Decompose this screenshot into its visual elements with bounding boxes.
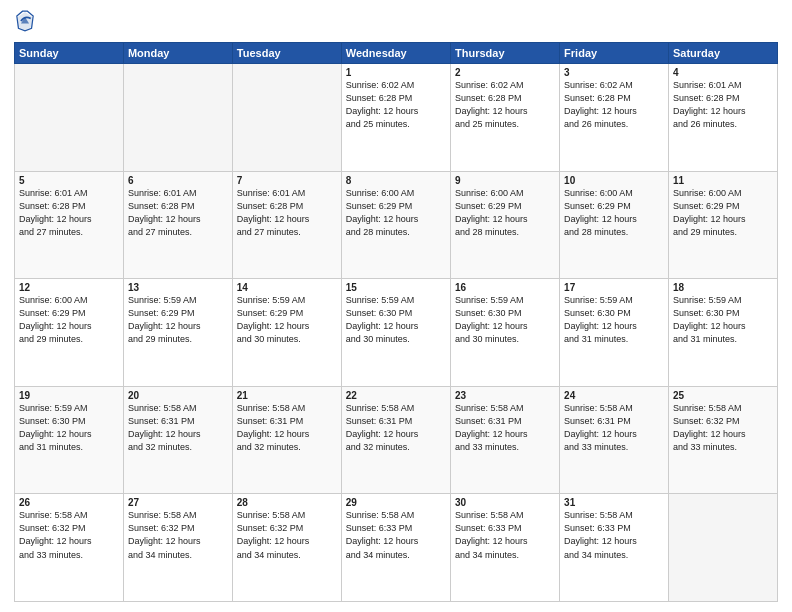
day-number: 3 [564, 67, 664, 78]
calendar: SundayMondayTuesdayWednesdayThursdayFrid… [14, 42, 778, 602]
calendar-cell: 13Sunrise: 5:59 AMSunset: 6:29 PMDayligh… [123, 279, 232, 387]
day-info: Sunrise: 6:02 AMSunset: 6:28 PMDaylight:… [346, 79, 446, 131]
calendar-cell: 12Sunrise: 6:00 AMSunset: 6:29 PMDayligh… [15, 279, 124, 387]
day-number: 1 [346, 67, 446, 78]
day-info: Sunrise: 5:58 AMSunset: 6:31 PMDaylight:… [455, 402, 555, 454]
day-info: Sunrise: 5:59 AMSunset: 6:29 PMDaylight:… [128, 294, 228, 346]
page: SundayMondayTuesdayWednesdayThursdayFrid… [0, 0, 792, 612]
day-info: Sunrise: 5:58 AMSunset: 6:32 PMDaylight:… [19, 509, 119, 561]
day-number: 11 [673, 175, 773, 186]
day-info: Sunrise: 5:58 AMSunset: 6:32 PMDaylight:… [673, 402, 773, 454]
day-number: 13 [128, 282, 228, 293]
day-number: 25 [673, 390, 773, 401]
calendar-cell: 19Sunrise: 5:59 AMSunset: 6:30 PMDayligh… [15, 386, 124, 494]
day-number: 21 [237, 390, 337, 401]
calendar-week-row: 1Sunrise: 6:02 AMSunset: 6:28 PMDaylight… [15, 64, 778, 172]
calendar-cell: 5Sunrise: 6:01 AMSunset: 6:28 PMDaylight… [15, 171, 124, 279]
calendar-cell: 14Sunrise: 5:59 AMSunset: 6:29 PMDayligh… [232, 279, 341, 387]
calendar-cell: 9Sunrise: 6:00 AMSunset: 6:29 PMDaylight… [451, 171, 560, 279]
calendar-cell: 27Sunrise: 5:58 AMSunset: 6:32 PMDayligh… [123, 494, 232, 602]
calendar-cell [668, 494, 777, 602]
day-number: 20 [128, 390, 228, 401]
day-number: 9 [455, 175, 555, 186]
calendar-week-row: 5Sunrise: 6:01 AMSunset: 6:28 PMDaylight… [15, 171, 778, 279]
day-number: 2 [455, 67, 555, 78]
calendar-cell: 7Sunrise: 6:01 AMSunset: 6:28 PMDaylight… [232, 171, 341, 279]
day-info: Sunrise: 5:58 AMSunset: 6:33 PMDaylight:… [455, 509, 555, 561]
header [14, 10, 778, 36]
calendar-week-row: 26Sunrise: 5:58 AMSunset: 6:32 PMDayligh… [15, 494, 778, 602]
day-info: Sunrise: 6:00 AMSunset: 6:29 PMDaylight:… [673, 187, 773, 239]
calendar-cell: 8Sunrise: 6:00 AMSunset: 6:29 PMDaylight… [341, 171, 450, 279]
day-info: Sunrise: 6:00 AMSunset: 6:29 PMDaylight:… [346, 187, 446, 239]
calendar-cell: 17Sunrise: 5:59 AMSunset: 6:30 PMDayligh… [560, 279, 669, 387]
calendar-cell: 24Sunrise: 5:58 AMSunset: 6:31 PMDayligh… [560, 386, 669, 494]
day-info: Sunrise: 5:58 AMSunset: 6:33 PMDaylight:… [564, 509, 664, 561]
weekday-header-sunday: Sunday [15, 43, 124, 64]
calendar-cell: 26Sunrise: 5:58 AMSunset: 6:32 PMDayligh… [15, 494, 124, 602]
day-number: 29 [346, 497, 446, 508]
calendar-header-row: SundayMondayTuesdayWednesdayThursdayFrid… [15, 43, 778, 64]
day-number: 27 [128, 497, 228, 508]
day-info: Sunrise: 6:01 AMSunset: 6:28 PMDaylight:… [19, 187, 119, 239]
day-info: Sunrise: 6:01 AMSunset: 6:28 PMDaylight:… [237, 187, 337, 239]
day-number: 30 [455, 497, 555, 508]
calendar-cell: 31Sunrise: 5:58 AMSunset: 6:33 PMDayligh… [560, 494, 669, 602]
weekday-header-saturday: Saturday [668, 43, 777, 64]
day-number: 17 [564, 282, 664, 293]
day-number: 8 [346, 175, 446, 186]
calendar-week-row: 12Sunrise: 6:00 AMSunset: 6:29 PMDayligh… [15, 279, 778, 387]
calendar-cell: 28Sunrise: 5:58 AMSunset: 6:32 PMDayligh… [232, 494, 341, 602]
calendar-cell: 29Sunrise: 5:58 AMSunset: 6:33 PMDayligh… [341, 494, 450, 602]
day-info: Sunrise: 6:02 AMSunset: 6:28 PMDaylight:… [564, 79, 664, 131]
day-number: 24 [564, 390, 664, 401]
calendar-cell [232, 64, 341, 172]
day-number: 5 [19, 175, 119, 186]
day-info: Sunrise: 5:58 AMSunset: 6:31 PMDaylight:… [237, 402, 337, 454]
calendar-cell: 2Sunrise: 6:02 AMSunset: 6:28 PMDaylight… [451, 64, 560, 172]
weekday-header-tuesday: Tuesday [232, 43, 341, 64]
day-number: 10 [564, 175, 664, 186]
calendar-cell: 16Sunrise: 5:59 AMSunset: 6:30 PMDayligh… [451, 279, 560, 387]
calendar-cell [123, 64, 232, 172]
weekday-header-friday: Friday [560, 43, 669, 64]
weekday-header-thursday: Thursday [451, 43, 560, 64]
day-number: 19 [19, 390, 119, 401]
day-info: Sunrise: 5:59 AMSunset: 6:30 PMDaylight:… [673, 294, 773, 346]
calendar-cell [15, 64, 124, 172]
day-info: Sunrise: 5:59 AMSunset: 6:30 PMDaylight:… [455, 294, 555, 346]
day-info: Sunrise: 5:58 AMSunset: 6:31 PMDaylight:… [564, 402, 664, 454]
weekday-header-wednesday: Wednesday [341, 43, 450, 64]
day-number: 15 [346, 282, 446, 293]
day-info: Sunrise: 6:00 AMSunset: 6:29 PMDaylight:… [19, 294, 119, 346]
day-info: Sunrise: 5:58 AMSunset: 6:33 PMDaylight:… [346, 509, 446, 561]
calendar-cell: 10Sunrise: 6:00 AMSunset: 6:29 PMDayligh… [560, 171, 669, 279]
calendar-cell: 11Sunrise: 6:00 AMSunset: 6:29 PMDayligh… [668, 171, 777, 279]
day-info: Sunrise: 5:58 AMSunset: 6:31 PMDaylight:… [128, 402, 228, 454]
day-info: Sunrise: 5:59 AMSunset: 6:30 PMDaylight:… [564, 294, 664, 346]
day-number: 12 [19, 282, 119, 293]
calendar-cell: 21Sunrise: 5:58 AMSunset: 6:31 PMDayligh… [232, 386, 341, 494]
calendar-cell: 4Sunrise: 6:01 AMSunset: 6:28 PMDaylight… [668, 64, 777, 172]
day-number: 28 [237, 497, 337, 508]
day-info: Sunrise: 5:58 AMSunset: 6:31 PMDaylight:… [346, 402, 446, 454]
calendar-cell: 6Sunrise: 6:01 AMSunset: 6:28 PMDaylight… [123, 171, 232, 279]
day-info: Sunrise: 5:59 AMSunset: 6:30 PMDaylight:… [19, 402, 119, 454]
day-info: Sunrise: 5:58 AMSunset: 6:32 PMDaylight:… [237, 509, 337, 561]
day-number: 26 [19, 497, 119, 508]
day-number: 4 [673, 67, 773, 78]
day-number: 14 [237, 282, 337, 293]
day-info: Sunrise: 6:02 AMSunset: 6:28 PMDaylight:… [455, 79, 555, 131]
logo-icon [16, 10, 34, 32]
day-info: Sunrise: 5:59 AMSunset: 6:30 PMDaylight:… [346, 294, 446, 346]
calendar-week-row: 19Sunrise: 5:59 AMSunset: 6:30 PMDayligh… [15, 386, 778, 494]
day-info: Sunrise: 5:58 AMSunset: 6:32 PMDaylight:… [128, 509, 228, 561]
day-number: 18 [673, 282, 773, 293]
logo [14, 10, 36, 36]
day-info: Sunrise: 6:01 AMSunset: 6:28 PMDaylight:… [128, 187, 228, 239]
calendar-cell: 22Sunrise: 5:58 AMSunset: 6:31 PMDayligh… [341, 386, 450, 494]
day-info: Sunrise: 6:01 AMSunset: 6:28 PMDaylight:… [673, 79, 773, 131]
weekday-header-monday: Monday [123, 43, 232, 64]
day-number: 16 [455, 282, 555, 293]
calendar-cell: 18Sunrise: 5:59 AMSunset: 6:30 PMDayligh… [668, 279, 777, 387]
